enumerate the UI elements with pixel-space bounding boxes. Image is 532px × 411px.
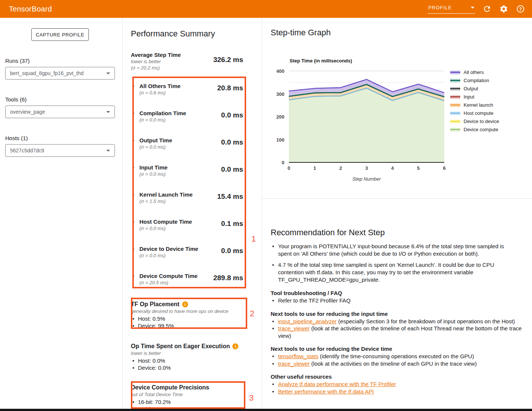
bottom-bar	[0, 409, 532, 411]
legend-item: Input	[450, 94, 499, 99]
step-time-graph-card: Step-time Graph 01002003004000123456Step…	[262, 18, 532, 199]
chevron-down-icon	[106, 111, 110, 113]
recommendation-bullets: Your program is POTENTIALLY input-bound …	[271, 243, 523, 284]
average-step-time-row: Average Step Time lower is better (σ = 2…	[131, 51, 243, 74]
hosts-label: Hosts (1)	[5, 135, 115, 141]
metric-value: 0.0 ms	[221, 138, 243, 146]
dashboard-select[interactable]: PROFILE	[428, 4, 475, 14]
tool-link[interactable]: Better performance with the tf.data API	[278, 388, 374, 395]
main-content: CAPTURE PROFILE Runs (37) bert_squad_8gp…	[0, 18, 532, 411]
tool-link[interactable]: input_pipeline_analyzer	[278, 318, 337, 324]
svg-text:0: 0	[287, 165, 290, 171]
svg-text:5: 5	[417, 165, 420, 171]
list-item: Device: 99.5%	[131, 322, 243, 329]
metric-row: Output Time(σ = 0.0 ms)0.0 ms	[131, 137, 243, 164]
legend-swatch-icon	[450, 120, 460, 123]
legend-item: Host compute	[450, 111, 499, 116]
tf-op-placement-list: Host: 0.5%Device: 99.5%	[131, 315, 243, 329]
list-item: Host: 0.5%	[131, 315, 243, 322]
recommendation-item: input_pipeline_analyzer (especially Sect…	[271, 318, 523, 325]
info-icon[interactable]	[232, 343, 238, 349]
capture-profile-button[interactable]: CAPTURE PROFILE	[31, 28, 89, 41]
question-mark-icon	[517, 5, 524, 13]
recommendation-section-list: tensorflow_stats (identify the time-cons…	[271, 353, 523, 367]
tools-select-value: overview_page	[10, 109, 45, 115]
legend-label: Host compute	[464, 110, 493, 116]
metric-row: Compilation Time(σ = 0.0 ms)0.0 ms	[131, 110, 243, 137]
list-item: Device: 0.0%	[131, 364, 243, 371]
legend-item: Kernel launch	[450, 103, 499, 107]
legend-label: Output	[464, 86, 478, 91]
item-text: (especially Section 3 for the breakdown …	[337, 318, 515, 324]
legend-swatch-icon	[450, 71, 460, 74]
runs-label: Runs (37)	[5, 58, 115, 64]
legend-swatch-icon	[450, 103, 460, 107]
recommendation-item: Better performance with the tf.data API	[271, 388, 523, 395]
section-subtext: lower is better	[131, 350, 243, 357]
legend-item: Device compute	[450, 127, 499, 132]
list-item: 16-bit: 70.2%	[131, 398, 243, 405]
section-subtext: generally desired to have more ops on de…	[131, 308, 243, 315]
tool-link[interactable]: Analyze tf.data performance with the TF …	[278, 381, 396, 387]
metric-value: 326.2 ms	[213, 56, 243, 64]
tool-link[interactable]: tensorflow_stats	[278, 353, 318, 359]
metric-row: Kernel Launch Time(σ = 1.5 ms)15.4 ms	[131, 191, 243, 218]
metric-row: All Others Time(σ = 0.6 ms)20.8 ms	[131, 82, 243, 110]
svg-text:2: 2	[339, 165, 342, 171]
legend-item: Output	[450, 86, 499, 91]
hosts-select[interactable]: 5627c5dd7dc9	[5, 144, 115, 157]
runs-select[interactable]: bert_squad_8gpu_fp16_pvt_thd	[5, 67, 115, 80]
app-title: TensorBoard	[9, 5, 52, 13]
metric-value: 20.8 ms	[217, 84, 243, 92]
metric-value: 0.0 ms	[221, 111, 243, 119]
info-icon[interactable]	[182, 301, 188, 307]
tf-op-placement-section: TF Op Placement generally desired to hav…	[131, 301, 243, 329]
legend-label: Kernel launch	[464, 102, 493, 108]
sidebar: CAPTURE PROFILE Runs (37) bert_squad_8gp…	[0, 18, 123, 411]
legend-label: All others	[464, 69, 484, 75]
item-text: (identify the time-consuming operations …	[318, 353, 474, 359]
metric-row: Input Time(σ = 0.0 ms)0.0 ms	[131, 164, 243, 191]
refresh-icon[interactable]	[482, 4, 492, 14]
app-bar: TensorBoard PROFILE	[0, 0, 532, 18]
legend-item: Compilation	[450, 78, 499, 83]
svg-text:100: 100	[276, 137, 284, 143]
recommendation-section-list: input_pipeline_analyzer (especially Sect…	[271, 318, 523, 340]
metric-value: 15.4 ms	[217, 192, 243, 201]
recommendation-bullet: Your program is POTENTIALLY input-bound …	[271, 243, 519, 258]
metric-value: 0.0 ms	[221, 247, 243, 255]
recommendation-card: Recommendation for Next Step Your progra…	[262, 217, 532, 411]
recommendation-sections: Tool troubleshooting / FAQRefer to the T…	[271, 289, 523, 395]
legend-label: Compilation	[464, 78, 489, 83]
metric-row: Device to Device Time(σ = 0.0 ms)0.0 ms	[131, 245, 243, 272]
eager-execution-list: Host: 0.0%Device: 0.0%	[131, 357, 243, 371]
recommendation-item: Refer to the TF2 Profiler FAQ	[271, 297, 523, 304]
recommendation-item: trace_viewer (look at the activities on …	[271, 360, 523, 368]
svg-text:0: 0	[282, 160, 284, 165]
item-text: (look at the activities on the timeline …	[278, 325, 522, 339]
svg-text:3: 3	[365, 165, 368, 171]
tool-link[interactable]: trace_viewer	[278, 360, 310, 367]
performance-summary-title: Performance Summary	[131, 29, 243, 39]
chevron-down-icon	[106, 72, 110, 74]
section-subtext: out of Total Device Time	[131, 391, 243, 398]
legend-swatch-icon	[450, 95, 460, 99]
svg-text:200: 200	[276, 114, 284, 120]
recommendation-section-heading: Other useful resources	[271, 373, 523, 380]
metric-sigma: (σ = 20.2 ms)	[131, 65, 243, 71]
settings-gear-icon[interactable]	[499, 4, 509, 14]
metric-value: 289.8 ms	[213, 274, 243, 282]
legend-item: Device to device	[450, 119, 499, 124]
help-icon[interactable]	[516, 4, 525, 14]
tools-label: Tools (6)	[5, 96, 115, 103]
item-text: Refer to the TF2 Profiler FAQ	[278, 297, 351, 304]
tools-select[interactable]: overview_page	[5, 106, 115, 118]
recommendation-item: tensorflow_stats (identify the time-cons…	[271, 353, 523, 360]
chevron-down-icon	[106, 150, 110, 152]
svg-text:Step Number: Step Number	[352, 176, 381, 182]
recommendation-section-list: Refer to the TF2 Profiler FAQ	[271, 297, 523, 304]
eager-execution-section: Op Time Spent on Eager Execution lower i…	[131, 343, 243, 371]
tool-link[interactable]: trace_viewer	[278, 325, 310, 331]
metric-row: Device Compute Time(σ = 20.5 ms)289.8 ms	[131, 272, 243, 300]
metric-value: 0.1 ms	[221, 220, 243, 228]
